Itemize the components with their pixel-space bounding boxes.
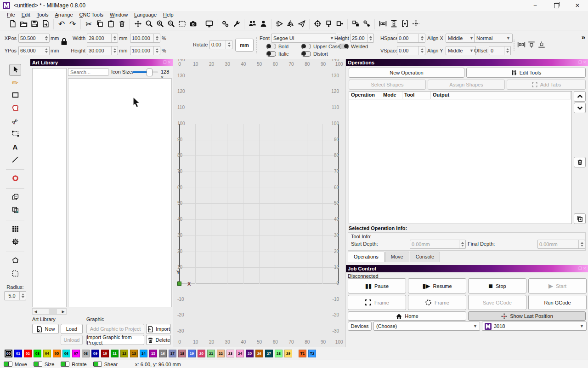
scroll-left-icon[interactable]: ◀ [33,310,39,314]
palette-swatch-25[interactable]: 25 [246,350,254,357]
import-graphic-button[interactable]: Import [146,324,171,334]
palette-swatch-T2[interactable]: T2 [308,350,316,357]
palette-swatch-06[interactable]: 06 [62,350,70,357]
start-button[interactable]: ▶Start [528,278,587,293]
open-file-button[interactable] [18,19,29,29]
design-canvas[interactable]: 0010102020303040405050606070708080909010… [173,59,345,347]
scrollbar-thumb[interactable] [49,309,57,314]
palette-swatch-11[interactable]: 11 [111,350,119,357]
shape-tool-button[interactable] [9,103,21,115]
run-gcode-button[interactable]: Run GCode [528,295,587,310]
bracket-button[interactable] [399,19,410,29]
machine-settings-button[interactable] [220,19,231,29]
vspace-field[interactable] [397,46,425,55]
palette-swatch-15[interactable]: 15 [149,350,157,357]
job-control-header[interactable]: Job Control ❐✕ [346,265,588,272]
height-field[interactable] [87,46,118,55]
scroll-right-icon[interactable]: ▶ [60,310,66,314]
art-library-folder-list[interactable] [32,68,67,307]
status-toggle-move[interactable]: Move [4,362,27,367]
ypos-spinner[interactable] [43,46,49,55]
align-y-select[interactable]: Middle▼ [446,46,476,55]
frame-rect-button[interactable]: Frame [348,295,406,310]
close-button[interactable]: ✕ [567,0,588,11]
palette-swatch-26[interactable]: 26 [255,350,263,357]
show-last-position-button[interactable]: Show Last Position [468,311,586,321]
italic-toggle[interactable] [266,51,276,57]
add-tabs-button[interactable]: Add Tabs [507,80,586,90]
palette-swatch-24[interactable]: 24 [236,350,244,357]
new-operation-button[interactable]: New Operation [349,68,464,78]
palette-swatch-08[interactable]: 08 [82,350,90,357]
art-library-header[interactable]: Art Library ❐✕ [30,59,173,66]
distribute-v-button[interactable] [388,19,399,29]
aspect-lock-button[interactable] [60,37,68,47]
palette-swatch-27[interactable]: 27 [265,350,273,357]
font-height-spinner[interactable] [367,34,373,42]
tools-button[interactable] [231,19,242,29]
ypos-field[interactable] [18,46,50,55]
radius-spinner[interactable] [19,292,26,300]
palette-swatch-04[interactable]: 04 [43,350,51,357]
width-scale-spinner[interactable] [153,34,160,42]
final-depth-field[interactable] [537,240,585,249]
position-d-button[interactable] [361,19,372,29]
palette-swatch-03[interactable]: 03 [34,350,41,357]
palette-swatch-14[interactable]: 14 [140,350,147,357]
undo-button[interactable]: ↶ [56,19,67,29]
palette-swatch-18[interactable]: 18 [178,350,186,357]
palette-swatch-20[interactable]: 20 [198,350,205,357]
add-graphic-button[interactable]: Add Graphic to Project [86,324,144,334]
restore-button[interactable] [546,0,567,11]
menu-cnc-tools[interactable]: CNC Tools [76,12,107,18]
distribute-horizontal-icon[interactable] [517,40,526,50]
offset-tool-button[interactable] [9,173,21,185]
font-height-field[interactable] [350,34,374,43]
active-device-select[interactable]: 3018▼ [482,322,587,331]
palette-swatch-17[interactable]: 17 [169,350,176,357]
position-a-button[interactable] [323,19,334,29]
minimize-button[interactable]: – [525,0,546,11]
choose-device-select[interactable]: (Choose)▼ [373,322,480,331]
preview-button[interactable] [274,19,285,29]
status-toggle-rotate[interactable]: Rotate [61,362,86,367]
menu-tools[interactable]: Tools [34,12,52,18]
camera-button[interactable] [187,19,198,29]
frame-circle-button[interactable]: Frame [408,295,466,310]
art-library-unload-button[interactable]: Unload [61,335,83,345]
operations-table[interactable]: OperationModeToolOutput [349,91,572,224]
xpos-spinner[interactable] [43,34,49,42]
offset-field[interactable] [489,46,511,55]
xpos-field[interactable] [18,34,50,43]
palette-swatch-10[interactable]: 10 [101,350,109,357]
vspace-spinner[interactable] [418,46,425,55]
hspace-field[interactable] [397,34,425,43]
menu-edit[interactable]: Edit [18,12,34,18]
resume-button[interactable]: ▮▶Resume [408,278,466,293]
pencil-tool-button[interactable]: ✏ [9,77,21,89]
zoom-in-button[interactable] [154,19,165,29]
monitor-button[interactable] [204,19,215,29]
users-button[interactable] [247,19,258,29]
hspace-spinner[interactable] [418,34,425,42]
align-bottom-icon[interactable] [537,40,546,50]
width-field[interactable] [87,34,118,43]
tab-operations[interactable]: Operations [348,252,384,262]
palette-swatch-19[interactable]: 19 [188,350,196,357]
new-file-button[interactable] [7,19,18,29]
palette-swatch-01[interactable]: 01 [14,350,22,357]
zoom-button[interactable] [143,19,154,29]
position-c-button[interactable] [350,19,361,29]
tab-move[interactable]: Move [385,252,409,262]
weld-mode-select[interactable]: Normal▼ [474,34,513,43]
delete-operation-button[interactable] [574,157,586,167]
user-button[interactable] [258,19,269,29]
panel-close-icon[interactable]: ✕ [583,267,586,270]
edit-tools-button[interactable]: Edit Tools [466,68,586,78]
cut-button[interactable]: ✂ [83,19,94,29]
text-tool-button[interactable]: A [9,141,21,153]
column-header-tool[interactable]: Tool [402,92,431,99]
palette-swatch-00[interactable]: 00 [5,350,12,357]
palette-swatch-13[interactable]: 13 [130,350,138,357]
panel-float-icon[interactable]: ❐ [578,267,582,270]
